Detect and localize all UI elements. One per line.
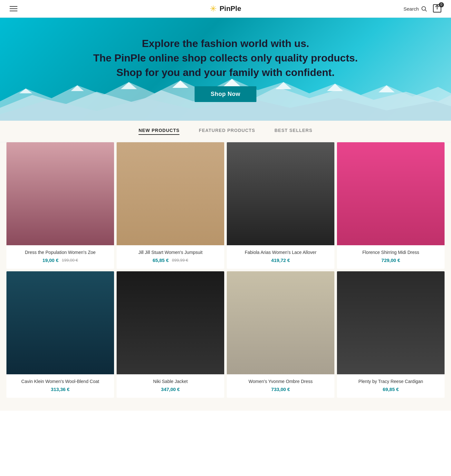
product-prices: 419,72 € bbox=[231, 257, 331, 263]
cart-button[interactable]: 0 bbox=[433, 4, 441, 14]
product-info: Dress the Population Women's Zoe 19,00 €… bbox=[6, 245, 114, 269]
search-icon bbox=[421, 5, 427, 12]
product-tabs: NEW PRODUCTS FEATURED PRODUCTS BEST SELL… bbox=[0, 121, 451, 142]
product-image bbox=[6, 142, 114, 245]
product-prices: 729,00 € bbox=[341, 257, 441, 263]
tab-best-sellers[interactable]: BEST SELLERS bbox=[274, 128, 312, 135]
product-name: Cavin Klein Women's Wool-Blend Coat bbox=[10, 379, 110, 384]
product-price: 347,00 € bbox=[161, 387, 180, 392]
product-card[interactable]: Fabiola Arias Women's Lace Allover 419,7… bbox=[227, 142, 334, 269]
product-info: Women's Yvonme Ombre Dress 733,00 € bbox=[227, 374, 334, 398]
product-price: 729,00 € bbox=[381, 257, 400, 263]
hero-title: Explore the fashion world with us. The P… bbox=[93, 36, 358, 79]
product-info: Florence Shirring Midi Dress 729,00 € bbox=[337, 245, 445, 269]
product-image bbox=[117, 142, 224, 245]
product-info: Niki Sable Jacket 347,00 € bbox=[117, 374, 224, 398]
product-image bbox=[117, 271, 224, 374]
product-image bbox=[227, 142, 334, 245]
product-prices: 313,36 € bbox=[10, 387, 110, 392]
product-original-price: 199,00 € bbox=[62, 258, 78, 263]
product-price: 65,85 € bbox=[153, 257, 169, 263]
search-button[interactable]: Search bbox=[403, 5, 427, 12]
product-prices: 733,00 € bbox=[231, 387, 331, 392]
product-info: Jill Jill Stuart Women's Jumpsuit 65,85 … bbox=[117, 245, 224, 269]
product-name: Women's Yvonme Ombre Dress bbox=[231, 379, 331, 384]
product-prices: 65,85 € 899,99 € bbox=[120, 257, 220, 263]
product-name: Jill Jill Stuart Women's Jumpsuit bbox=[120, 250, 220, 255]
product-name: Niki Sable Jacket bbox=[120, 379, 220, 384]
product-price: 313,36 € bbox=[51, 387, 70, 392]
hamburger-menu[interactable] bbox=[10, 6, 17, 11]
product-prices: 19,00 € 199,00 € bbox=[10, 257, 110, 263]
product-price: 19,00 € bbox=[43, 257, 59, 263]
hero-section: Explore the fashion world with us. The P… bbox=[0, 18, 451, 121]
product-name: Fabiola Arias Women's Lace Allover bbox=[231, 250, 331, 255]
product-price: 733,00 € bbox=[271, 387, 290, 392]
product-name: Plenty by Tracy Reese Cardigan bbox=[341, 379, 441, 384]
product-price: 69,85 € bbox=[383, 387, 399, 392]
product-card[interactable]: Women's Yvonme Ombre Dress 733,00 € bbox=[227, 271, 334, 398]
products-grid: Dress the Population Women's Zoe 19,00 €… bbox=[6, 142, 445, 398]
shop-now-button[interactable]: Shop Now bbox=[195, 86, 256, 102]
product-prices: 69,85 € bbox=[341, 387, 441, 392]
logo-text: PinPle bbox=[219, 5, 241, 13]
header-left bbox=[10, 6, 17, 11]
header-right: Search 0 bbox=[403, 4, 441, 14]
product-card[interactable]: Dress the Population Women's Zoe 19,00 €… bbox=[6, 142, 114, 269]
product-card[interactable]: Niki Sable Jacket 347,00 € bbox=[117, 271, 224, 398]
product-name: Florence Shirring Midi Dress bbox=[341, 250, 441, 255]
tab-featured-products[interactable]: FEATURED PRODUCTS bbox=[199, 128, 255, 135]
product-name: Dress the Population Women's Zoe bbox=[10, 250, 110, 255]
product-card[interactable]: Florence Shirring Midi Dress 729,00 € bbox=[337, 142, 445, 269]
product-info: Fabiola Arias Women's Lace Allover 419,7… bbox=[227, 245, 334, 269]
logo[interactable]: ✳ PinPle bbox=[210, 4, 241, 14]
product-image bbox=[6, 271, 114, 374]
product-prices: 347,00 € bbox=[120, 387, 220, 392]
products-section: Dress the Population Women's Zoe 19,00 €… bbox=[0, 142, 451, 411]
product-info: Plenty by Tracy Reese Cardigan 69,85 € bbox=[337, 374, 445, 398]
product-image bbox=[337, 271, 445, 374]
cart-badge: 0 bbox=[439, 2, 444, 7]
product-info: Cavin Klein Women's Wool-Blend Coat 313,… bbox=[6, 374, 114, 398]
product-card[interactable]: Jill Jill Stuart Women's Jumpsuit 65,85 … bbox=[117, 142, 224, 269]
product-image bbox=[337, 142, 445, 245]
product-image bbox=[227, 271, 334, 374]
svg-line-1 bbox=[425, 10, 427, 12]
hero-text: Explore the fashion world with us. The P… bbox=[80, 36, 370, 79]
search-label: Search bbox=[403, 6, 419, 12]
svg-point-0 bbox=[422, 6, 426, 10]
product-price: 419,72 € bbox=[271, 257, 290, 263]
product-original-price: 899,99 € bbox=[172, 258, 188, 263]
header: ✳ PinPle Search 0 bbox=[0, 0, 451, 18]
tab-new-products[interactable]: NEW PRODUCTS bbox=[139, 128, 179, 135]
product-card[interactable]: Plenty by Tracy Reese Cardigan 69,85 € bbox=[337, 271, 445, 398]
product-card[interactable]: Cavin Klein Women's Wool-Blend Coat 313,… bbox=[6, 271, 114, 398]
logo-icon: ✳ bbox=[210, 4, 217, 14]
